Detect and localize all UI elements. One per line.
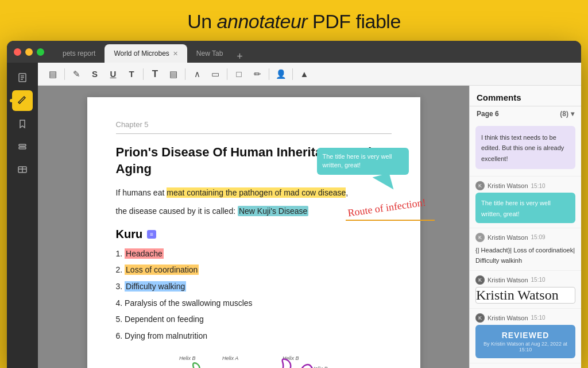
chevron-down-icon[interactable]: ▾ [571,110,574,118]
tab-world-microbes[interactable]: World of Microbes ✕ [105,44,187,63]
comment-author-row-5: K Kristin Watson 15:10 [475,313,575,323]
toolbar-icon-user[interactable]: 👤 [273,66,289,82]
toolbar-sep-1 [64,68,65,80]
svg-rect-4 [19,144,26,146]
toolbar-icon-square[interactable]: □ [231,66,247,82]
comment-text-3: {| Headacht}| Loss of coordinatioek| Dif… [475,247,575,264]
chapter-label: Chapter 5 [116,120,392,129]
list-item-5: 5. Dependent on feeding [116,311,392,328]
list-item-1: 1. Headache [116,246,392,262]
page-indicator[interactable]: Page 6 (8) ▾ [470,106,581,121]
author-time-3: 15:09 [531,234,546,240]
author-name-2: Kristin Watson [488,182,528,189]
tab-add-button[interactable]: + [232,51,247,63]
traffic-yellow[interactable] [25,48,33,56]
comment-item-3[interactable]: K Kristin Watson 15:09 {| Headacht}| Los… [470,228,581,271]
comment-item-1[interactable]: I think this text needs to be edited. Bu… [470,121,581,177]
toolbar-icon-text3[interactable]: ▤ [165,66,181,82]
signature-text: Kristin Watson [476,283,559,307]
list-item-6: 6. Dying from malnutrition [116,328,392,344]
app-body: ▤ ✎ S U T T ▤ ∧ ▭ □ ✏ 👤 ▲ [7,63,581,368]
svg-rect-5 [19,147,26,149]
sidebar-icon-table[interactable] [12,159,33,180]
traffic-lights [14,48,44,56]
pdf-paragraph-1: If humans eat meat containing the pathog… [116,186,392,200]
list-highlight-2: Loss of coordination [125,264,199,275]
toolbar-icon-pen[interactable]: ✎ [68,66,84,82]
author-time-5: 15:10 [531,315,546,321]
toolbar-icon-triangle[interactable]: ∧ [189,66,205,82]
tab-new-tab[interactable]: New Tab [187,44,232,63]
comments-header: Comments [470,86,581,106]
sidebar-icon-pages[interactable] [12,67,33,88]
para1-before: If humans eat [116,188,167,197]
annotation-bubble[interactable]: The title here is very well written, gre… [317,148,409,175]
sidebar-icon-bookmark[interactable] [12,113,33,134]
sidebar-dot [10,99,13,102]
traffic-green[interactable] [37,48,44,56]
list-item-3: 3. Difficulty walking [116,278,392,295]
comment-item-4[interactable]: K Kristin Watson 15:10 Kristin Watson [470,271,581,309]
author-name-5: Kristin Watson [488,315,528,321]
tabs-container: pets report World of Microbes ✕ New Tab … [53,41,247,63]
comment-item-5[interactable]: K Kristin Watson 15:10 REVIEWED By Krist… [470,309,581,363]
note-icon[interactable]: ≡ [147,230,156,239]
author-time-4: 15:10 [531,277,546,283]
toolbar-icon-strikethrough[interactable]: S [87,66,103,82]
pdf-page: The title here is very well written, gre… [87,97,420,368]
app-window: pets report World of Microbes ✕ New Tab … [7,41,581,368]
tab-close-icon[interactable]: ✕ [173,51,178,57]
toolbar-icon-list[interactable]: ▤ [45,66,61,82]
banner-text-before: Un [187,10,216,32]
svg-text:Helix B: Helix B [179,355,196,361]
traffic-red[interactable] [14,48,21,56]
comment-item-6[interactable]: U Kristin Watson 15:19 Dependent on feed… [470,363,581,368]
page-label: Page 6 [477,110,499,118]
list-item-4: 4. Paralysis of the swallowing muscles [116,295,392,312]
list-container: 1. Headache 2. Loss of coordination 3. D… [116,246,392,344]
avatar-5: K [475,313,485,323]
comments-title: Comments [477,93,521,102]
reviewed-label: REVIEWED [481,331,570,340]
toolbar-sep-2 [143,68,144,80]
list-item-2: 2. Loss of coordination [116,262,392,278]
main-split: The title here is very well written, gre… [38,86,581,368]
signature-box: Kristin Watson [475,287,575,304]
comment-item-2[interactable]: K Kristin Watson 15:10 The title here is… [470,177,581,228]
highlight-cyan: New Kuji's Disease [238,206,308,216]
toolbar-icon-rect[interactable]: ▭ [207,66,223,82]
toolbar: ▤ ✎ S U T T ▤ ∧ ▭ □ ✏ 👤 ▲ [38,63,581,86]
para2-before: the disease caused by it is called: [116,206,238,216]
svg-text:Helix B: Helix B [311,366,328,368]
toolbar-sep-3 [185,68,185,80]
comment-text-1: I think this text needs to be edited. Bu… [481,134,564,162]
pdf-area[interactable]: The title here is very well written, gre… [38,86,469,368]
sidebar [7,63,38,368]
list-highlight-3: Difficulty walking [125,281,186,292]
sidebar-icon-layers[interactable] [12,136,33,157]
content-area: ▤ ✎ S U T T ▤ ∧ ▭ □ ✏ 👤 ▲ [38,63,581,368]
section-kuru: Kuru ≡ [116,228,392,241]
toolbar-icon-edit[interactable]: ✏ [249,66,265,82]
avatar-3: K [475,233,485,242]
toolbar-icon-underline[interactable]: U [105,66,121,82]
top-banner: Un annotateur PDF fiable [0,0,588,41]
svg-text:Helix B: Helix B [283,355,299,361]
author-time-2: 15:10 [531,183,546,189]
page-count: (8) [560,110,568,118]
divider [116,133,392,134]
toolbar-icon-text[interactable]: T [123,66,140,82]
comments-list: I think this text needs to be edited. Bu… [470,121,581,368]
toolbar-sep-6 [292,68,293,80]
svg-text:Helix A: Helix A [222,355,238,361]
author-name-3: Kristin Watson [488,234,528,241]
para1-after: , [346,188,348,197]
avatar-2: K [475,181,485,190]
sidebar-icon-highlight[interactable] [12,90,33,111]
titlebar: pets report World of Microbes ✕ New Tab … [7,41,581,63]
page-badge: (8) ▾ [560,110,574,118]
toolbar-icon-stamp[interactable]: ▲ [296,66,312,82]
tab-pets-report[interactable]: pets report [53,44,105,63]
toolbar-icon-text2[interactable]: T [147,66,163,82]
comment-reviewed: REVIEWED By Kristin Watson at Aug 22, 20… [475,325,575,358]
